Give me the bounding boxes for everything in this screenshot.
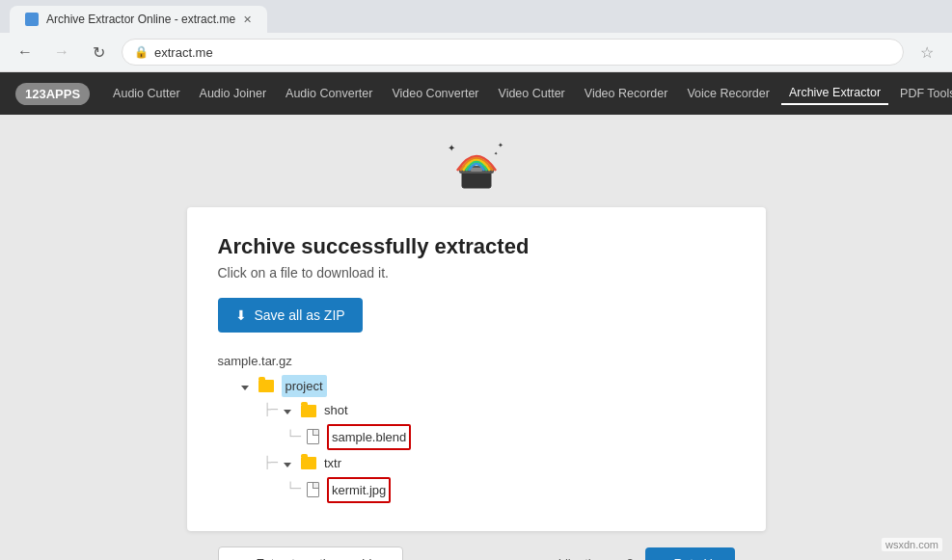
expand-txtr[interactable] xyxy=(284,458,295,469)
url-text: extract.me xyxy=(154,45,213,60)
main-content: ✦ ✦ ✦ Archive successfully extracted Cli… xyxy=(0,115,952,560)
nav-video-cutter[interactable]: Video Cutter xyxy=(491,83,573,104)
extract-another-button[interactable]: ← Extract another archive xyxy=(218,547,404,560)
rate-label: Rate Us xyxy=(674,556,720,560)
file-tree: project ├─ shot └─ sample.blend xyxy=(218,374,735,504)
nav-video-recorder[interactable]: Video Recorder xyxy=(577,83,676,104)
watermark: wsxdn.com xyxy=(882,538,942,551)
forward-button[interactable]: → xyxy=(48,39,75,66)
success-subtitle: Click on a file to download it. xyxy=(218,265,735,280)
svg-text:✦: ✦ xyxy=(498,142,503,148)
tree-row-project: project xyxy=(218,374,735,398)
folder-label-shot[interactable]: shot xyxy=(324,399,348,421)
tree-line: └─ xyxy=(287,427,301,448)
tree-row-kermit: └─ kermit.jpg xyxy=(218,476,735,504)
nav-archive-extractor[interactable]: Archive Extractor xyxy=(781,82,888,105)
refresh-button[interactable]: ↻ xyxy=(85,39,112,66)
tree-row-txtr: ├─ txtr xyxy=(218,451,735,475)
nav-pdf-tools[interactable]: PDF Tools xyxy=(892,83,952,104)
bookmark-button[interactable]: ☆ xyxy=(913,39,940,66)
extract-another-label: Extract another archive xyxy=(257,556,386,560)
tree-line: ├─ xyxy=(264,453,278,474)
tree-row-sample-blend: └─ sample.blend xyxy=(218,423,735,451)
logo-area: ✦ ✦ ✦ xyxy=(438,134,515,196)
heart-icon: ♥ xyxy=(661,556,668,560)
file-icon-blend xyxy=(307,429,319,444)
bottom-row: ← Extract another archive Like the app? … xyxy=(187,531,766,560)
nav-audio-converter[interactable]: Audio Converter xyxy=(278,83,380,104)
folder-icon-shot xyxy=(301,405,316,417)
tree-row-shot: ├─ shot xyxy=(218,398,735,422)
rate-area: Like the app? ♥ Rate Us xyxy=(558,547,735,560)
download-icon: ⬇ xyxy=(235,307,247,323)
folder-icon-txtr xyxy=(301,457,316,469)
expand-shot[interactable] xyxy=(284,405,295,416)
file-icon-jpg xyxy=(307,482,319,497)
result-card: Archive successfully extracted Click on … xyxy=(187,207,766,531)
tab-close-button[interactable]: ✕ xyxy=(243,13,252,26)
svg-text:✦: ✦ xyxy=(494,150,498,156)
nav-voice-recorder[interactable]: Voice Recorder xyxy=(679,83,776,104)
browser-chrome: Archive Extractor Online - extract.me ✕ … xyxy=(0,0,952,72)
tab-favicon xyxy=(25,13,39,26)
save-zip-label: Save all as ZIP xyxy=(255,307,345,323)
back-button[interactable]: ← xyxy=(12,39,39,66)
archive-logo: ✦ ✦ ✦ xyxy=(438,134,515,192)
app-navbar: 123APPS Audio Cutter Audio Joiner Audio … xyxy=(0,72,952,115)
like-label: Like the app? xyxy=(558,556,634,560)
brand-logo[interactable]: 123APPS xyxy=(15,83,90,105)
arrow-left-icon: ← xyxy=(236,556,249,560)
expand-project[interactable] xyxy=(241,381,253,392)
tree-line: └─ xyxy=(287,479,301,500)
url-bar[interactable]: 🔒 extract.me xyxy=(122,39,904,66)
nav-audio-joiner[interactable]: Audio Joiner xyxy=(192,83,275,104)
success-title: Archive successfully extracted xyxy=(218,234,735,259)
folder-icon-project xyxy=(258,380,274,392)
tree-line: ├─ xyxy=(264,400,278,421)
browser-tab[interactable]: Archive Extractor Online - extract.me ✕ xyxy=(10,6,267,33)
nav-audio-cutter[interactable]: Audio Cutter xyxy=(105,83,187,104)
save-zip-button[interactable]: ⬇ Save all as ZIP xyxy=(218,298,363,333)
folder-label-project[interactable]: project xyxy=(282,375,327,397)
nav-video-converter[interactable]: Video Converter xyxy=(384,83,486,104)
rate-us-button[interactable]: ♥ Rate Us xyxy=(645,547,735,560)
archive-name: sample.tar.gz xyxy=(218,354,735,368)
svg-text:✦: ✦ xyxy=(448,143,455,153)
tab-bar: Archive Extractor Online - extract.me ✕ xyxy=(0,0,952,33)
svg-rect-2 xyxy=(471,168,482,172)
file-label-kermit[interactable]: kermit.jpg xyxy=(327,477,391,503)
folder-label-txtr[interactable]: txtr xyxy=(324,452,341,474)
lock-icon: 🔒 xyxy=(134,45,149,59)
address-bar: ← → ↻ 🔒 extract.me ☆ xyxy=(0,33,952,71)
tab-title: Archive Extractor Online - extract.me xyxy=(46,13,235,26)
file-label-blend[interactable]: sample.blend xyxy=(327,424,411,450)
